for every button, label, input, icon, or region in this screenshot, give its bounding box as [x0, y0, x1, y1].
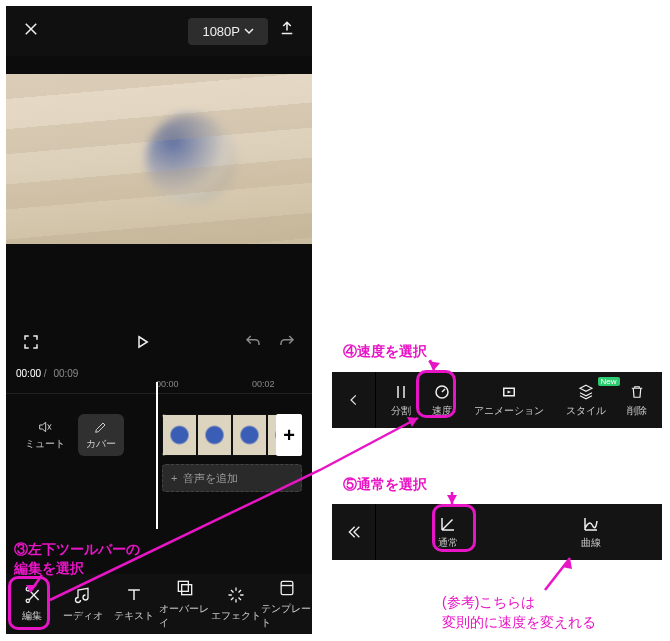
- toolbar-edit[interactable]: 編集: [6, 585, 57, 623]
- cover-label: カバー: [86, 437, 116, 451]
- svg-marker-11: [447, 495, 457, 504]
- template-icon: [277, 578, 297, 598]
- current-time: 00:00: [16, 368, 41, 379]
- toolbar-template-label: テンプレート: [261, 602, 312, 630]
- svg-marker-8: [428, 361, 440, 370]
- style-icon: [577, 383, 595, 401]
- svg-line-7: [430, 360, 434, 370]
- new-badge: New: [598, 377, 620, 386]
- scissors-icon: [22, 585, 42, 605]
- clip-thumb[interactable]: [162, 414, 197, 456]
- panel-animation-label: アニメーション: [474, 404, 544, 418]
- annotation-step4: ④速度を選択: [343, 343, 427, 361]
- play-icon[interactable]: [133, 333, 151, 355]
- panel-item-style[interactable]: スタイル: [566, 383, 606, 418]
- animation-icon: [500, 383, 518, 401]
- resolution-label: 1080P: [202, 24, 240, 39]
- clip-thumb[interactable]: [232, 414, 267, 456]
- chevron-left-icon: [347, 393, 361, 407]
- playback-row: [6, 322, 312, 366]
- clip-thumb[interactable]: [197, 414, 232, 456]
- undo-redo-group: [244, 333, 296, 355]
- toolbar-overlay[interactable]: オーバーレイ: [159, 578, 210, 630]
- speed-icon: [433, 383, 451, 401]
- svg-rect-1: [181, 585, 191, 595]
- annotation-ref-line2: 変則的に速度を変えれる: [442, 614, 596, 632]
- panel-style-label: スタイル: [566, 404, 606, 418]
- toolbar-text[interactable]: テキスト: [108, 585, 159, 623]
- bottom-toolbar: 編集 ーディオ テキスト オーバーレイ エフェクト テンプレート: [6, 574, 312, 634]
- panel-speed-label: 速度: [432, 404, 452, 418]
- panel-item-split[interactable]: 分割: [391, 383, 411, 418]
- redo-icon[interactable]: [278, 333, 296, 355]
- add-audio-label: 音声を追加: [183, 471, 238, 486]
- sparkle-icon: [226, 585, 246, 605]
- panel-item-animation[interactable]: アニメーション: [474, 383, 544, 418]
- svg-line-12: [545, 558, 570, 590]
- normal-speed-icon: [439, 515, 457, 533]
- chevron-down-icon: [244, 26, 254, 36]
- svg-rect-2: [281, 581, 293, 594]
- ruler-tick: 00:00: [156, 379, 179, 389]
- panel-delete-label: 削除: [627, 404, 647, 418]
- panel-item-speed[interactable]: 速度: [432, 383, 452, 418]
- clip-tools-panel: 分割 速度 アニメーション スタイル New 削除: [332, 372, 662, 428]
- panel-split-label: 分割: [391, 404, 411, 418]
- annotation-ref-line1: (参考)こちらは: [442, 594, 535, 612]
- panel-item-delete[interactable]: 削除: [627, 383, 647, 418]
- export-icon[interactable]: [278, 20, 296, 42]
- curve-speed-icon: [582, 515, 600, 533]
- time-ruler[interactable]: 00:00 00:02: [6, 379, 312, 391]
- annotation-step5: ⑤通常を選択: [343, 476, 427, 494]
- add-audio-row[interactable]: + 音声を追加: [162, 464, 302, 492]
- toolbar-overlay-label: オーバーレイ: [159, 602, 210, 630]
- trash-icon: [628, 383, 646, 401]
- phone-frame: 1080P 00:00 / 00:09: [6, 6, 312, 634]
- ruler-tick: 00:02: [252, 379, 275, 389]
- toolbar-text-label: テキスト: [114, 609, 154, 623]
- panel-item-curve[interactable]: 曲線: [581, 515, 601, 550]
- toolbar-effect-label: エフェクト: [211, 609, 261, 623]
- resolution-button[interactable]: 1080P: [188, 18, 268, 45]
- undo-icon[interactable]: [244, 333, 262, 355]
- overlay-icon: [175, 578, 195, 598]
- mute-label: ミュート: [25, 437, 65, 451]
- panel-normal-label: 通常: [438, 536, 458, 550]
- total-time: 00:09: [53, 368, 78, 379]
- video-preview[interactable]: [6, 74, 312, 244]
- split-icon: [392, 383, 410, 401]
- annotation-step3-line2: 編集を選択: [14, 560, 84, 578]
- toolbar-audio-label: ーディオ: [63, 609, 103, 623]
- toolbar-template[interactable]: テンプレート: [261, 578, 312, 630]
- pencil-icon: [93, 419, 109, 435]
- text-icon: [124, 585, 144, 605]
- annotation-step3-line1: ③左下ツールバーの: [14, 541, 140, 559]
- close-icon[interactable]: [22, 20, 40, 42]
- plus-icon: +: [171, 472, 177, 484]
- panel-back-button[interactable]: [332, 504, 376, 560]
- panel-item-normal[interactable]: 通常: [438, 515, 458, 550]
- chevron-double-left-icon: [346, 524, 362, 540]
- mute-icon: [37, 419, 53, 435]
- panel-curve-label: 曲線: [581, 536, 601, 550]
- music-icon: [73, 585, 93, 605]
- panel-back-button[interactable]: [332, 372, 376, 428]
- mute-button[interactable]: ミュート: [22, 414, 68, 456]
- playhead[interactable]: [156, 382, 158, 529]
- toolbar-effect[interactable]: エフェクト: [210, 585, 261, 623]
- speed-mode-panel: 通常 曲線: [332, 504, 662, 560]
- fullscreen-icon[interactable]: [22, 333, 40, 355]
- toolbar-audio[interactable]: ーディオ: [57, 585, 108, 623]
- svg-rect-0: [178, 581, 188, 591]
- cover-button[interactable]: カバー: [78, 414, 124, 456]
- add-clip-button[interactable]: +: [276, 414, 302, 456]
- timecode-row: 00:00 / 00:09: [6, 366, 312, 379]
- topbar-right: 1080P: [188, 18, 296, 45]
- topbar: 1080P: [6, 6, 312, 56]
- toolbar-edit-label: 編集: [22, 609, 42, 623]
- timeline[interactable]: ミュート カバー + + 音声を追加: [6, 393, 312, 523]
